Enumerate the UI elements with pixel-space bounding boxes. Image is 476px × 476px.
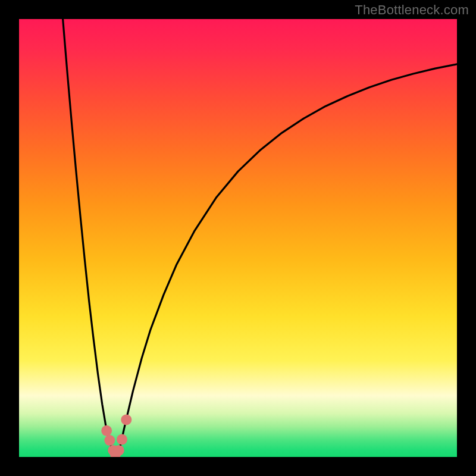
- highlight-marker: [121, 414, 131, 425]
- outer-frame: TheBottleneck.com: [0, 0, 476, 476]
- gradient-background: [19, 19, 457, 457]
- highlight-marker: [104, 435, 115, 446]
- highlight-marker: [101, 425, 112, 436]
- watermark-text: TheBottleneck.com: [355, 2, 469, 18]
- plot-area: [19, 19, 457, 457]
- highlight-marker: [114, 445, 124, 456]
- highlight-marker: [117, 434, 127, 445]
- chart-svg: [19, 19, 457, 457]
